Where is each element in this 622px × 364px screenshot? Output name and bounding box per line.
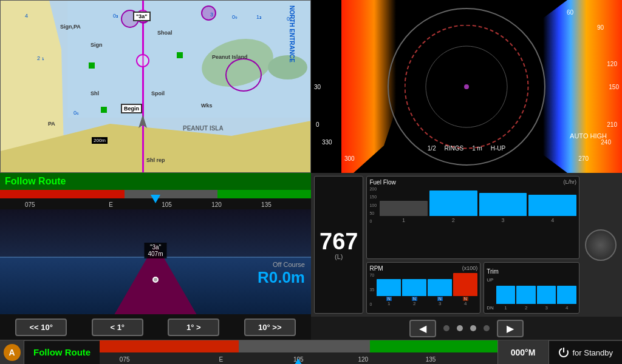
rpm-fill-2 <box>402 279 426 296</box>
label-pa: PA <box>48 121 55 127</box>
label-sign-pa: Sign,PA <box>60 24 81 30</box>
fuel-bar-fill-4 <box>528 195 576 216</box>
off-course-value: R0.0m <box>258 268 305 287</box>
trim-fill-3 <box>537 286 556 304</box>
fuel-bar-fill-3 <box>479 193 527 216</box>
status-cursor <box>295 359 302 364</box>
rpm-bar-4: N 4 <box>453 273 477 306</box>
fuel-bar-label-4: 4 <box>551 217 554 223</box>
heading-cursor <box>151 195 160 203</box>
wp-3d-label: "3a" 407m <box>144 243 166 258</box>
bearing-330: 330 <box>322 139 332 146</box>
trim-bar-2: 2 <box>516 277 536 311</box>
instruments-panel: 767 (L) Fuel Flow (L/hr) <box>311 173 622 340</box>
bearing-240: 270 <box>578 155 589 162</box>
bearing-30: 30 <box>314 83 321 90</box>
green-marker-2 <box>101 107 107 113</box>
peanut-island-marker <box>225 58 262 92</box>
status-follow-route: Follow Route <box>24 347 100 358</box>
status-tape-gray <box>239 340 370 352</box>
btn-plus-10[interactable]: 10° >> <box>244 318 296 336</box>
gps-icon: A <box>4 344 21 361</box>
rpm-fill-1 <box>377 279 401 296</box>
btn-plus-1[interactable]: 1° > <box>168 318 219 336</box>
trim-title: Trim <box>487 268 499 275</box>
instruments-main: 767 (L) Fuel Flow (L/hr) <box>311 173 622 317</box>
label-peanut-island: Peanut Island <box>212 54 248 60</box>
fuel-y-0: 0 <box>369 219 377 223</box>
fuel-bar-1: 1 <box>380 187 428 223</box>
rpm-label-3: 3 <box>439 301 441 306</box>
bearing-60: 60 <box>567 9 573 16</box>
status-tape-e: E <box>219 356 223 363</box>
trim-bar-3: 3 <box>537 277 556 311</box>
fuel-y-axis: 200 150 100 50 0 <box>369 187 377 223</box>
depth-0-3: 0₃ <box>113 13 118 19</box>
fuel-bars: 1 2 3 <box>380 187 576 223</box>
rpm-y-axis: 70 35 0 <box>369 273 374 306</box>
bearing-150: 150 <box>609 83 619 90</box>
rpm-bar-1: N 1 <box>377 273 401 306</box>
status-tape-135: 135 <box>426 356 436 363</box>
nav-next-btn[interactable]: ▶ <box>497 320 524 337</box>
trim-fill-1 <box>496 286 516 304</box>
rpm-n-1: N <box>386 297 392 301</box>
rpm-title: RPM <box>369 265 383 272</box>
trim-y-axis: UP DN <box>487 277 494 311</box>
depth-2-1: 2 ₁ <box>37 55 44 61</box>
btn-minus-1[interactable]: < 1° <box>92 318 143 336</box>
status-tape-120: 120 <box>358 356 368 363</box>
power-icon <box>558 347 569 358</box>
fuel-value: 767 <box>320 230 358 253</box>
label-shl: Shl <box>91 90 99 96</box>
rpm-n-3: N <box>437 297 443 301</box>
status-heading-tape: 075 E 105 120 135 <box>100 340 497 364</box>
fuel-y-200: 200 <box>369 187 377 191</box>
fuel-bar-4: 4 <box>528 187 576 223</box>
nav-prev-btn[interactable]: ◀ <box>409 320 436 337</box>
fuel-flow-bars-row: 200 150 100 50 0 1 <box>369 187 576 223</box>
trim-fill-4 <box>557 286 576 304</box>
rpm-fill-4 <box>453 273 477 296</box>
bearing-210: 240 <box>601 139 611 146</box>
label-wks: Wks <box>201 103 213 109</box>
fuel-y-50: 50 <box>369 211 377 215</box>
rpm-bar-3: N 3 <box>428 273 452 306</box>
right-controls <box>583 176 619 314</box>
rpm-y-35: 35 <box>369 288 374 292</box>
tape-green <box>217 190 311 198</box>
tape-label-075: 075 <box>25 201 35 208</box>
depth-3: 3 <box>210 12 213 18</box>
nav-dot-3 <box>470 325 476 331</box>
tape-red <box>0 190 125 198</box>
btn-minus-10[interactable]: << 10° <box>15 318 67 336</box>
trim-dn-label: DN <box>487 305 494 311</box>
water <box>67 1 310 118</box>
nav-dot-4 <box>484 325 490 331</box>
heading-value-display: 000°M <box>497 340 549 364</box>
depth-0-9: 0₉ <box>232 14 238 20</box>
settings-knob[interactable] <box>585 229 617 261</box>
depth-4: 4 <box>25 13 28 19</box>
gps-button[interactable]: A <box>0 340 24 364</box>
bearing-120: 120 <box>607 61 617 67</box>
status-bar: A Follow Route 075 E 105 120 135 <box>0 340 622 364</box>
rpm-bars: N 1 N 2 <box>377 273 477 306</box>
status-tape-075: 075 <box>120 356 130 363</box>
label-sign: Sign <box>91 42 103 48</box>
depth-1-3: 1₃ <box>256 14 262 20</box>
status-tape-green <box>370 340 497 352</box>
charts-column: Fuel Flow (L/hr) 200 150 100 50 0 <box>366 176 579 314</box>
rpm-bar-2: N 2 <box>402 273 426 306</box>
nav-dots-row: ◀ ▶ <box>311 317 622 340</box>
steering-panel: Follow Route 075 E 105 120 135 <box>0 173 311 340</box>
depth-0-6-r: 0₆ <box>287 16 292 22</box>
nav-dot-2 <box>457 325 463 331</box>
boat-indicator <box>152 277 159 283</box>
route-line <box>142 1 144 173</box>
rpm-header: RPM (x100) <box>369 265 477 272</box>
fuel-flow-header: Fuel Flow (L/hr) <box>369 179 576 186</box>
off-course-display: Off Course R0.0m <box>258 261 305 287</box>
trim-label-2: 2 <box>525 305 527 311</box>
heading-tape: 075 E 105 120 135 <box>0 190 311 209</box>
